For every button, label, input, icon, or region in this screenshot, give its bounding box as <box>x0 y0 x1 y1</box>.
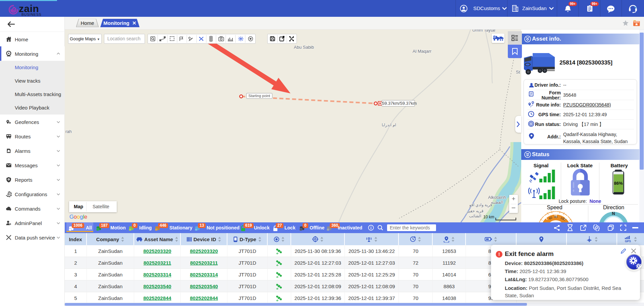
svg-text:GPS: GPS <box>625 239 631 243</box>
svg-text:Google: Google <box>69 214 87 220</box>
svg-text:86%: 86% <box>614 181 623 186</box>
svg-text:BUSINESS: BUSINESS <box>21 12 42 16</box>
svg-text:80: 80 <box>554 215 557 219</box>
svg-text:N: N <box>612 211 615 216</box>
